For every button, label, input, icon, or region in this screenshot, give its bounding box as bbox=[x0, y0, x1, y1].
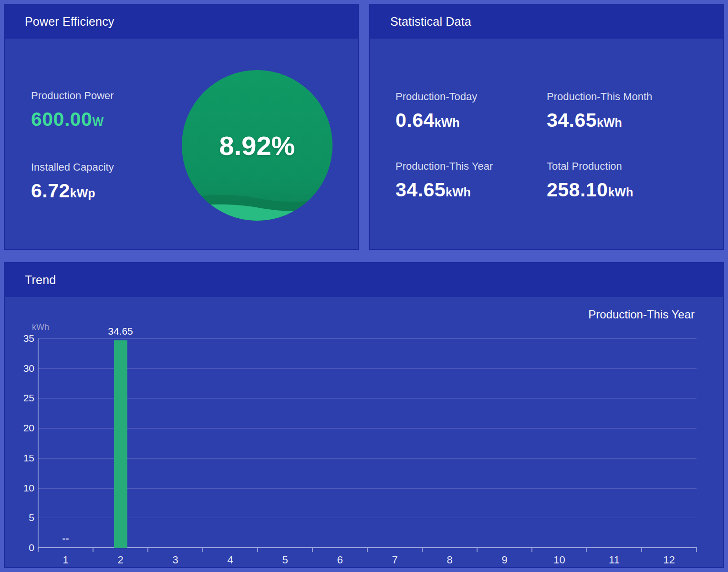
x-axis-tick-label: 12 bbox=[650, 554, 688, 566]
gridline bbox=[38, 368, 697, 369]
gridline bbox=[38, 488, 697, 489]
production-this-month-unit: kWh bbox=[597, 116, 622, 129]
x-axis-tick-label: 8 bbox=[431, 554, 469, 566]
total-production-unit: kWh bbox=[608, 185, 633, 199]
gridline bbox=[38, 398, 697, 398]
x-axis-tick bbox=[641, 548, 642, 552]
x-axis-tick-label: 1 bbox=[47, 554, 85, 566]
trend-title: Trend bbox=[25, 273, 56, 287]
x-axis-tick-label: 11 bbox=[595, 554, 634, 566]
x-axis-tick bbox=[93, 548, 94, 552]
y-axis-tick-label: 35 bbox=[5, 333, 34, 344]
y-axis-tick-label: 25 bbox=[5, 393, 34, 403]
production-this-month-value: 34.65 bbox=[547, 109, 597, 131]
x-axis-tick-label: 6 bbox=[321, 554, 359, 566]
production-this-month-label: Production-This Month bbox=[547, 91, 652, 103]
production-this-year-stat: Production-This Year 34.65kWh bbox=[395, 160, 493, 201]
production-this-month-stat: Production-This Month 34.65kWh bbox=[547, 91, 652, 132]
x-axis-tick-label: 7 bbox=[376, 554, 414, 566]
production-this-year-value: 34.65 bbox=[395, 179, 446, 201]
x-axis-tick bbox=[696, 548, 697, 552]
x-axis-tick-label: 2 bbox=[102, 554, 140, 566]
production-today-unit: kWh bbox=[435, 116, 460, 129]
production-power-value: 600.00 bbox=[31, 108, 92, 130]
y-axis-tick-label: 30 bbox=[5, 363, 34, 374]
x-axis-tick bbox=[367, 548, 368, 552]
x-axis-tick bbox=[257, 548, 258, 552]
y-axis-tick-label: 15 bbox=[5, 453, 34, 463]
trend-header: Trend bbox=[5, 263, 723, 297]
total-production-stat: Total Production 258.10kWh bbox=[547, 160, 633, 201]
x-axis-tick bbox=[477, 548, 478, 552]
gridline bbox=[38, 338, 697, 339]
x-axis-tick-label: 4 bbox=[211, 554, 250, 566]
statistical-data-panel: Statistical Data Production-Today 0.64kW… bbox=[369, 4, 724, 250]
gridline bbox=[38, 428, 697, 429]
production-this-year-unit: kWh bbox=[446, 185, 471, 199]
total-production-label: Total Production bbox=[547, 160, 633, 173]
gridline bbox=[38, 458, 697, 459]
x-axis-tick-label: 10 bbox=[541, 554, 579, 566]
x-axis-tick bbox=[422, 548, 423, 552]
y-axis-line bbox=[38, 338, 39, 549]
production-this-year-label: Production-This Year bbox=[395, 160, 493, 173]
x-axis-tick bbox=[147, 548, 148, 552]
installed-capacity-unit: kWp bbox=[70, 186, 95, 200]
x-axis-tick-label: 3 bbox=[156, 554, 195, 566]
production-power-label: Production Power bbox=[31, 90, 114, 102]
power-efficiency-panel: Power Efficiency Production Power 600.00… bbox=[4, 4, 359, 250]
production-today-stat: Production-Today 0.64kWh bbox=[395, 91, 477, 132]
production-today-label: Production-Today bbox=[395, 91, 477, 103]
production-today-value: 0.64 bbox=[395, 109, 435, 131]
y-axis-tick-label: 0 bbox=[5, 542, 34, 553]
y-axis-tick-label: 10 bbox=[5, 483, 34, 493]
trend-panel: Trend Production-This Year kWh 051015202… bbox=[4, 262, 724, 568]
x-axis-tick-label: 5 bbox=[266, 554, 304, 566]
y-axis-tick-label: 20 bbox=[5, 423, 34, 433]
power-efficiency-title: Power Efficiency bbox=[25, 15, 114, 29]
y-axis-unit-label: kWh bbox=[32, 322, 49, 332]
total-production-value: 258.10 bbox=[547, 179, 608, 201]
chart-series-title: Production-This Year bbox=[588, 308, 695, 321]
power-efficiency-header: Power Efficiency bbox=[5, 5, 358, 39]
gridline bbox=[38, 518, 697, 518]
statistical-data-title: Statistical Data bbox=[390, 15, 471, 29]
production-power-unit: W bbox=[92, 115, 104, 128]
y-axis-tick-label: 5 bbox=[5, 512, 34, 523]
bar-value-label: 34.65 bbox=[97, 326, 145, 337]
no-data-label: -- bbox=[42, 532, 90, 544]
x-axis-tick bbox=[531, 548, 532, 552]
y-axis-labels: 05101520253035 bbox=[5, 338, 34, 548]
x-axis-tick bbox=[312, 548, 313, 552]
trend-bar[interactable] bbox=[114, 340, 127, 548]
x-axis-tick bbox=[38, 548, 39, 552]
efficiency-percent-value: 8.92% bbox=[182, 70, 333, 221]
efficiency-liquid-gauge: 8.92% bbox=[182, 70, 333, 221]
installed-capacity-label: Installed Capacity bbox=[31, 161, 114, 174]
production-power-stat: Production Power 600.00W bbox=[31, 90, 114, 131]
statistical-data-header: Statistical Data bbox=[370, 5, 723, 39]
installed-capacity-stat: Installed Capacity 6.72kWp bbox=[31, 161, 114, 202]
installed-capacity-value: 6.72 bbox=[31, 180, 70, 202]
x-axis-tick bbox=[586, 548, 587, 552]
chart-plot-area: 123456789101112--34.65 bbox=[38, 338, 697, 548]
x-axis-tick-label: 9 bbox=[486, 554, 524, 566]
x-axis-tick bbox=[202, 548, 203, 552]
